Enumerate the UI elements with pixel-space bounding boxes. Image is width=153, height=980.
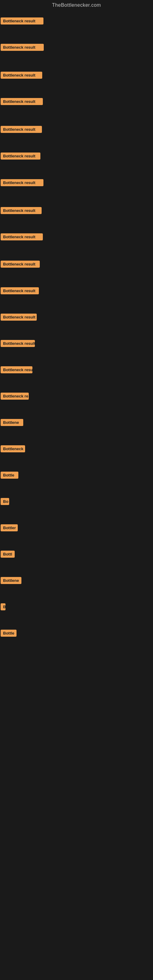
bottleneck-badge[interactable]: Bottleneck result: [1, 366, 32, 373]
result-row: Bottleneck result: [1, 340, 35, 348]
result-row: Bottleneck result: [1, 72, 42, 80]
bottleneck-badge[interactable]: Bottleneck result: [1, 153, 40, 159]
bottleneck-badge[interactable]: Bottle: [1, 630, 16, 637]
result-row: Bottleneck result: [1, 313, 37, 322]
result-row: Bottleneck result: [1, 207, 41, 215]
bottleneck-badge[interactable]: Bottleneck result: [1, 207, 41, 214]
result-row: Bottleneck result: [1, 179, 43, 188]
result-row: Bottler: [1, 524, 18, 533]
bottleneck-badge[interactable]: Bottleneck result: [1, 18, 43, 24]
result-row: Bottleneck result: [1, 261, 40, 269]
bottleneck-badge[interactable]: Bottleneck result: [1, 261, 40, 268]
bottleneck-badge[interactable]: Bottleneck result: [1, 313, 37, 321]
bottleneck-badge[interactable]: B: [1, 603, 5, 610]
result-row: Bottle: [1, 472, 18, 480]
result-row: Bottl: [1, 550, 15, 559]
bottleneck-badge[interactable]: Bottl: [1, 550, 15, 558]
bottleneck-badge[interactable]: Bottleneck result: [1, 98, 43, 105]
bottleneck-badge[interactable]: Bottleneck result: [1, 72, 42, 79]
bottleneck-badge[interactable]: Bottleneck result: [1, 44, 44, 51]
bottleneck-badge[interactable]: Bottleneck re: [1, 393, 29, 400]
result-row: Bottleneck result: [1, 126, 42, 134]
result-row: Bottlene: [1, 419, 23, 427]
bottleneck-badge[interactable]: Bottleneck result: [1, 179, 43, 186]
bottleneck-badge[interactable]: Bottle: [1, 472, 18, 479]
bottleneck-badge[interactable]: Bottleneck result: [1, 340, 35, 347]
bottleneck-badge[interactable]: Bottleneck result: [1, 233, 43, 240]
page-container: TheBottlenecker.com Bottleneck resultBot…: [0, 0, 153, 980]
result-row: Bottleneck result: [1, 233, 43, 242]
result-row: Bottleneck result: [1, 366, 32, 375]
result-row: Bottleneck result: [1, 153, 40, 161]
site-title: TheBottlenecker.com: [0, 0, 153, 9]
result-row: Bottleneck result: [1, 44, 44, 52]
result-row: Bottleneck result: [1, 287, 39, 296]
bottleneck-badge[interactable]: Bottleneck result: [1, 126, 42, 133]
bottleneck-badge[interactable]: Bottlene: [1, 419, 23, 426]
bottleneck-badge[interactable]: Bottlene: [1, 577, 21, 584]
result-row: Bottleneck re: [1, 393, 29, 401]
result-row: Bottleneck result: [1, 18, 43, 26]
result-row: Bo: [1, 498, 9, 506]
bottleneck-badge[interactable]: Bottleneck: [1, 445, 25, 452]
bottleneck-badge[interactable]: Bottleneck result: [1, 287, 39, 294]
result-row: B: [1, 603, 5, 612]
result-row: Bottlene: [1, 577, 21, 585]
result-row: Bottleneck result: [1, 98, 43, 106]
result-row: Bottle: [1, 630, 16, 638]
bottleneck-badge[interactable]: Bo: [1, 498, 9, 505]
bottleneck-badge[interactable]: Bottler: [1, 524, 18, 531]
result-row: Bottleneck: [1, 445, 25, 453]
